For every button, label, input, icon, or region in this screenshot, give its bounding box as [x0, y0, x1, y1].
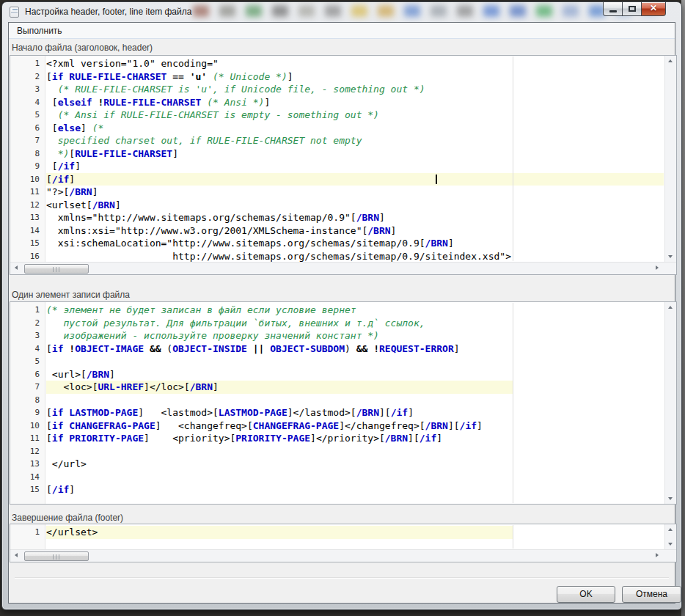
scroll-up-arrow-icon[interactable] — [665, 56, 676, 67]
scroll-left-arrow-icon[interactable] — [11, 263, 23, 274]
line-number: 2 — [10, 317, 45, 330]
code-area[interactable]: </urlset> — [46, 526, 664, 539]
scroll-down-arrow-icon[interactable] — [665, 251, 676, 262]
code-line[interactable] — [46, 394, 664, 407]
line-number: 7 — [10, 381, 45, 394]
right-margin-guide — [513, 56, 513, 261]
horizontal-scrollbar-thumb[interactable] — [24, 264, 89, 274]
code-line[interactable]: [if LASTMOD-PAGE] <lastmod>[LASTMOD-PAGE… — [46, 406, 664, 419]
line-number: 14 — [10, 224, 45, 238]
code-line[interactable] — [46, 355, 664, 368]
vertical-scrollbar[interactable] — [664, 524, 676, 549]
line-number: 1 — [10, 526, 45, 539]
code-line[interactable]: (* Ansi if RULE-FILE-CHARSET is empty - … — [46, 109, 664, 122]
code-line[interactable]: <urlset[/BRN] — [46, 199, 664, 212]
line-number: 12 — [10, 199, 45, 212]
line-number: 4 — [10, 342, 45, 356]
window-controls: ✕ — [604, 2, 666, 16]
line-number: 9 — [10, 160, 45, 173]
section-label-line-item: Один элемент записи файла — [12, 290, 130, 300]
code-area[interactable]: <?xml version="1.0" encoding="[if RULE-F… — [46, 57, 664, 263]
footer-code-editor[interactable]: 1 </urlset> — [10, 524, 677, 562]
line-number: 11 — [10, 186, 45, 199]
code-line[interactable]: (* элемент не будет записан в файл если … — [46, 304, 664, 317]
background-blur-icons — [193, 4, 586, 20]
line-number-gutter: 123456789101112131415 — [10, 302, 45, 504]
code-line[interactable]: [if !OBJECT-IMAGE && (OBJECT-INSIDE || O… — [46, 342, 664, 356]
scroll-down-arrow-icon[interactable] — [665, 538, 676, 549]
code-line[interactable]: изображений - используйте проверку значе… — [46, 329, 664, 342]
vertical-scrollbar[interactable] — [664, 56, 676, 262]
code-line[interactable]: [if CHANGEFRAG-PAGE] <changefreq>[CHANGE… — [46, 419, 664, 433]
blurred-background-icon — [483, 5, 499, 17]
code-line[interactable]: *)[RULE-FILE-CHARSET] — [46, 147, 664, 161]
blurred-background-icon — [510, 5, 526, 17]
code-area[interactable]: (* элемент не будет записан в файл если … — [46, 304, 664, 496]
code-line[interactable]: (* RULE-FILE-CHARSET is 'u', if Unicode … — [46, 83, 664, 96]
blurred-background-icon — [351, 5, 367, 17]
code-line[interactable] — [46, 445, 664, 458]
cancel-button[interactable]: Отмена — [622, 586, 681, 603]
close-button[interactable]: ✕ — [641, 2, 666, 16]
code-line[interactable]: [/if] — [46, 173, 664, 186]
ok-button[interactable]: OK — [557, 586, 615, 603]
code-line[interactable]: </url> — [46, 458, 664, 471]
scroll-up-arrow-icon[interactable] — [665, 302, 676, 313]
code-line[interactable]: [else] (* — [46, 122, 664, 135]
scroll-down-arrow-icon[interactable] — [665, 493, 676, 504]
blurred-background-icon — [431, 5, 447, 17]
blurred-background-icon — [193, 5, 209, 17]
horizontal-scrollbar-thumb[interactable] — [24, 551, 89, 561]
line-number: 12 — [10, 445, 45, 458]
code-line[interactable]: [/if] — [46, 483, 664, 496]
section-label-header: Начало файла (заголовок, header) — [12, 43, 153, 53]
header-code-editor[interactable]: 12345678910111213141516 <?xml version="1… — [10, 55, 677, 275]
code-line[interactable]: пустой результат. Для фильтрации `битых,… — [46, 317, 664, 330]
line-number: 7 — [10, 134, 45, 147]
code-line[interactable]: </urlset> — [46, 526, 664, 539]
code-line[interactable]: xmlns="http://www.sitemaps.org/schemas/s… — [46, 211, 664, 224]
code-line[interactable]: [/if] — [46, 160, 664, 173]
blurred-background-icon — [246, 5, 262, 17]
line-item-code-editor[interactable]: 123456789101112131415 (* элемент не буде… — [10, 301, 677, 505]
code-line[interactable]: xsi:schemaLocation="http://www.sitemaps.… — [46, 237, 664, 250]
line-number: 6 — [10, 122, 45, 135]
code-line[interactable]: [if PRIORITY-PAGE] <priority>[PRIORITY-P… — [46, 432, 664, 445]
scroll-left-arrow-icon[interactable] — [11, 550, 23, 562]
minimize-button[interactable] — [603, 2, 623, 16]
code-line[interactable]: <loc>[URL-HREF]</loc>[/BRN] — [46, 381, 664, 394]
code-line[interactable]: http://www.sitemaps.org/schemas/sitemap/… — [46, 250, 664, 263]
line-number: 1 — [10, 304, 45, 317]
code-line[interactable]: xmlns:xsi="http://www.w3.org/2001/XMLSch… — [46, 224, 664, 238]
line-number: 4 — [10, 96, 45, 109]
line-number: 3 — [10, 329, 45, 342]
code-line[interactable]: "?>[/BRN] — [46, 186, 664, 199]
code-line[interactable]: [elseif !RULE-FILE-CHARSET (* Ansi *)] — [46, 96, 664, 109]
code-line[interactable]: <?xml version="1.0" encoding=" — [46, 57, 664, 70]
blurred-background-icon — [219, 5, 235, 17]
window-title: Настройка header, footer, line item файл… — [25, 2, 191, 22]
scroll-up-arrow-icon[interactable] — [665, 524, 676, 535]
text-cursor — [436, 175, 437, 184]
section-label-footer: Завершение файла (footer) — [12, 513, 123, 523]
menu-item-execute[interactable]: Выполнить — [11, 26, 68, 36]
line-number: 15 — [10, 237, 45, 250]
horizontal-scrollbar[interactable] — [10, 549, 676, 562]
line-number: 8 — [10, 147, 45, 161]
code-line[interactable]: [if RULE-FILE-CHARSET == 'u' (* Unicode … — [46, 70, 664, 84]
thumb-grip-icon — [53, 267, 60, 272]
code-line[interactable]: <url>[/BRN] — [46, 368, 664, 381]
titlebar[interactable]: Настройка header, footer, line item файл… — [2, 2, 681, 22]
scroll-right-arrow-icon[interactable] — [651, 263, 663, 274]
line-number: 11 — [10, 432, 45, 445]
scroll-right-arrow-icon[interactable] — [651, 550, 663, 562]
thumb-grip-icon — [53, 554, 60, 560]
vertical-scrollbar[interactable] — [664, 302, 676, 504]
code-line[interactable]: specified charset out, if RULE-FILE-CHAR… — [46, 134, 664, 147]
horizontal-scrollbar[interactable] — [10, 262, 676, 274]
line-number: 14 — [10, 471, 45, 484]
maximize-button[interactable] — [622, 2, 642, 16]
line-number: 5 — [10, 355, 45, 368]
code-line[interactable] — [46, 471, 664, 484]
dialog-content: Начало файла (заголовок, header) 1234567… — [9, 40, 675, 603]
